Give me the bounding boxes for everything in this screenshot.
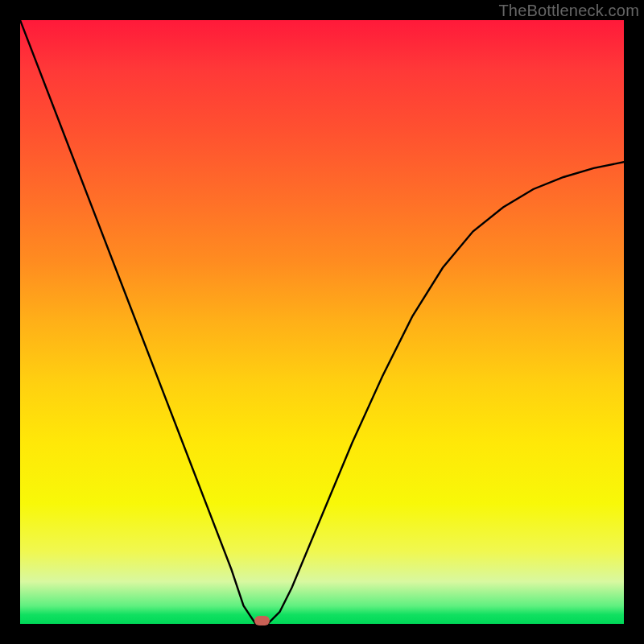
bottleneck-curve [20, 20, 624, 624]
minimum-marker [254, 616, 270, 625]
curve-path [20, 20, 624, 624]
watermark-text: TheBottleneck.com [498, 2, 639, 20]
